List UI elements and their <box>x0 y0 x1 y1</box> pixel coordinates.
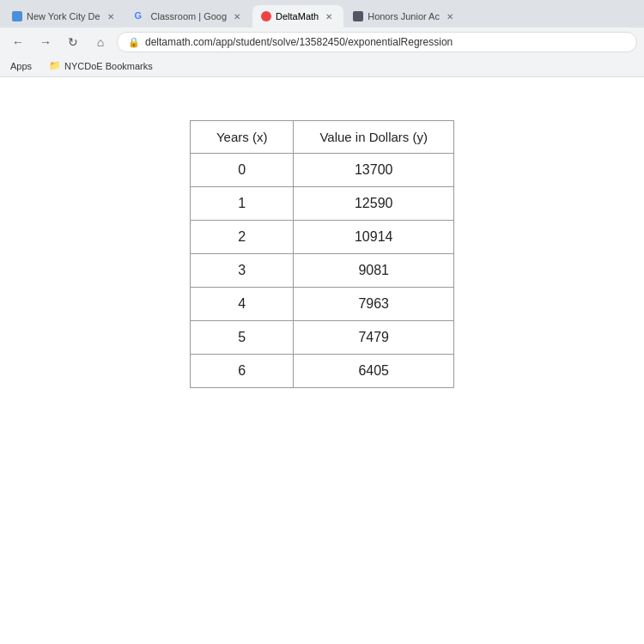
cell-x-2: 2 <box>190 221 293 254</box>
tab-classroom[interactable]: G Classroom | Goog ✕ <box>126 5 252 27</box>
cell-y-1: 12590 <box>294 187 454 221</box>
address-bar-row: ← → ↻ ⌂ 🔒 deltamath.com/app/student/solv… <box>0 27 644 57</box>
page-content: Years (x) Value in Dollars (y) 013700112… <box>0 77 644 644</box>
col-header-value: Value in Dollars (y) <box>294 121 454 154</box>
bookmark-apps-label: Apps <box>10 61 32 71</box>
tab-favicon-deltamath <box>261 11 271 21</box>
table-header-row: Years (x) Value in Dollars (y) <box>190 121 453 154</box>
cell-y-6: 6405 <box>294 355 454 388</box>
cell-y-0: 13700 <box>294 154 454 187</box>
forward-button[interactable]: → <box>34 31 57 53</box>
cell-y-5: 7479 <box>294 321 454 355</box>
col-header-years: Years (x) <box>190 121 293 154</box>
address-bar[interactable]: 🔒 deltamath.com/app/student/solve/135824… <box>117 32 637 52</box>
tab-close-nyc[interactable]: ✕ <box>105 10 117 22</box>
table-row: 47963 <box>190 288 453 321</box>
browser-chrome: New York City De ✕ G Classroom | Goog ✕ … <box>0 0 644 77</box>
tab-close-deltamath[interactable]: ✕ <box>323 10 335 22</box>
forward-icon: → <box>39 35 52 49</box>
tab-honors[interactable]: Honors Junior Ac ✕ <box>344 5 465 27</box>
bookmark-nycdoe[interactable]: 📁 NYCDoE Bookmarks <box>46 58 156 73</box>
home-button[interactable]: ⌂ <box>89 31 112 53</box>
tab-deltamath[interactable]: DeltaMath ✕ <box>252 5 343 27</box>
table-row: 57479 <box>190 321 453 355</box>
tab-label-classroom: Classroom | Goog <box>151 11 227 21</box>
tab-favicon-classroom: G <box>135 10 147 22</box>
reload-icon: ↻ <box>68 35 78 49</box>
lock-icon: 🔒 <box>128 37 140 48</box>
table-row: 112590 <box>190 187 453 221</box>
tab-close-honors[interactable]: ✕ <box>444 10 456 22</box>
cell-x-0: 0 <box>190 154 293 187</box>
bookmark-nycdoe-label: NYCDoE Bookmarks <box>64 61 153 71</box>
data-table: Years (x) Value in Dollars (y) 013700112… <box>190 120 454 388</box>
reload-button[interactable]: ↻ <box>62 31 84 53</box>
table-row: 210914 <box>190 221 453 254</box>
tab-bar: New York City De ✕ G Classroom | Goog ✕ … <box>0 0 644 27</box>
cell-x-5: 5 <box>190 321 293 355</box>
bookmarks-bar: Apps 📁 NYCDoE Bookmarks <box>0 57 644 77</box>
tab-favicon-honors <box>353 11 363 21</box>
table-row: 39081 <box>190 254 453 288</box>
table-row: 66405 <box>190 355 453 388</box>
cell-x-4: 4 <box>190 288 293 321</box>
tab-label-nyc: New York City De <box>27 11 100 21</box>
tab-nyc[interactable]: New York City De ✕ <box>3 5 125 27</box>
bookmark-apps[interactable]: Apps <box>7 59 35 73</box>
tab-favicon-nyc <box>12 11 22 21</box>
home-icon: ⌂ <box>97 35 104 49</box>
address-text: deltamath.com/app/student/solve/13582450… <box>145 36 453 48</box>
cell-x-6: 6 <box>190 355 293 388</box>
table-row: 013700 <box>190 154 453 187</box>
cell-x-1: 1 <box>190 187 293 221</box>
cell-y-4: 7963 <box>294 288 454 321</box>
back-icon: ← <box>12 35 24 49</box>
bookmark-folder-icon: 📁 <box>49 60 61 71</box>
cell-x-3: 3 <box>190 254 293 288</box>
tab-label-honors: Honors Junior Ac <box>368 11 440 21</box>
tab-close-classroom[interactable]: ✕ <box>231 10 243 22</box>
cell-y-2: 10914 <box>294 221 454 254</box>
tab-label-deltamath: DeltaMath <box>276 11 319 21</box>
back-button[interactable]: ← <box>7 31 29 53</box>
cell-y-3: 9081 <box>294 254 454 288</box>
